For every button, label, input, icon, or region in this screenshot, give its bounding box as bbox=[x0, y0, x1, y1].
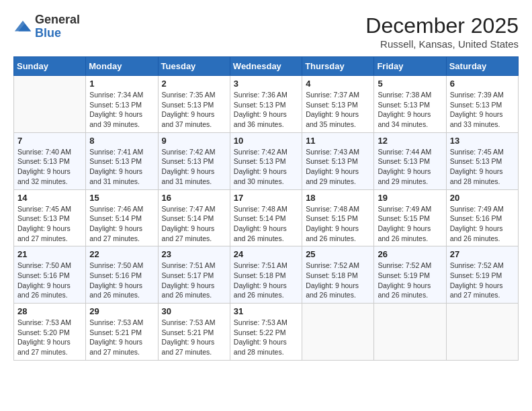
table-row: 25Sunrise: 7:52 AMSunset: 5:18 PMDayligh… bbox=[302, 246, 374, 304]
day-number: 15 bbox=[89, 193, 154, 203]
table-row: 10Sunrise: 7:42 AMSunset: 5:13 PMDayligh… bbox=[230, 132, 302, 189]
day-info: Sunrise: 7:49 AMSunset: 5:16 PMDaylight:… bbox=[450, 204, 515, 244]
day-info: Sunrise: 7:46 AMSunset: 5:14 PMDaylight:… bbox=[89, 204, 154, 244]
day-number: 14 bbox=[17, 193, 82, 203]
day-number: 10 bbox=[234, 136, 298, 146]
table-row: 22Sunrise: 7:50 AMSunset: 5:16 PMDayligh… bbox=[86, 246, 158, 304]
day-info: Sunrise: 7:44 AMSunset: 5:13 PMDaylight:… bbox=[378, 147, 442, 187]
calendar-week-row: 28Sunrise: 7:53 AMSunset: 5:20 PMDayligh… bbox=[14, 304, 519, 361]
table-row bbox=[302, 304, 374, 361]
logo: General Blue bbox=[13, 13, 80, 40]
table-row: 16Sunrise: 7:47 AMSunset: 5:14 PMDayligh… bbox=[158, 189, 230, 246]
day-number: 26 bbox=[378, 249, 442, 259]
table-row: 9Sunrise: 7:42 AMSunset: 5:13 PMDaylight… bbox=[158, 132, 230, 189]
day-number: 5 bbox=[378, 79, 442, 89]
day-number: 18 bbox=[306, 193, 370, 203]
table-row: 7Sunrise: 7:40 AMSunset: 5:13 PMDaylight… bbox=[14, 132, 86, 189]
table-row: 28Sunrise: 7:53 AMSunset: 5:20 PMDayligh… bbox=[14, 304, 86, 361]
table-row: 19Sunrise: 7:49 AMSunset: 5:15 PMDayligh… bbox=[374, 189, 446, 246]
day-info: Sunrise: 7:34 AMSunset: 5:13 PMDaylight:… bbox=[89, 90, 154, 130]
table-row: 17Sunrise: 7:48 AMSunset: 5:14 PMDayligh… bbox=[230, 189, 302, 246]
day-number: 25 bbox=[306, 249, 370, 259]
table-row: 24Sunrise: 7:51 AMSunset: 5:18 PMDayligh… bbox=[230, 246, 302, 304]
day-number: 8 bbox=[89, 136, 154, 146]
day-number: 28 bbox=[17, 306, 82, 316]
day-number: 7 bbox=[17, 136, 82, 146]
header-friday: Friday bbox=[374, 57, 446, 76]
calendar-week-row: 1Sunrise: 7:34 AMSunset: 5:13 PMDaylight… bbox=[14, 76, 519, 133]
table-row: 4Sunrise: 7:37 AMSunset: 5:13 PMDaylight… bbox=[302, 76, 374, 133]
day-info: Sunrise: 7:42 AMSunset: 5:13 PMDaylight:… bbox=[162, 147, 226, 187]
day-number: 1 bbox=[89, 79, 154, 89]
table-row: 31Sunrise: 7:53 AMSunset: 5:22 PMDayligh… bbox=[230, 304, 302, 361]
day-number: 16 bbox=[162, 193, 226, 203]
day-info: Sunrise: 7:53 AMSunset: 5:21 PMDaylight:… bbox=[89, 318, 154, 357]
table-row: 27Sunrise: 7:52 AMSunset: 5:19 PMDayligh… bbox=[446, 246, 518, 304]
day-info: Sunrise: 7:52 AMSunset: 5:19 PMDaylight:… bbox=[450, 261, 515, 300]
table-row: 5Sunrise: 7:38 AMSunset: 5:13 PMDaylight… bbox=[374, 76, 446, 133]
day-number: 17 bbox=[234, 193, 298, 203]
header-sunday: Sunday bbox=[14, 57, 86, 76]
day-info: Sunrise: 7:49 AMSunset: 5:15 PMDaylight:… bbox=[378, 204, 442, 244]
table-row: 18Sunrise: 7:48 AMSunset: 5:15 PMDayligh… bbox=[302, 189, 374, 246]
header-tuesday: Tuesday bbox=[158, 57, 230, 76]
location-title: Russell, Kansas, United States bbox=[365, 38, 519, 50]
day-info: Sunrise: 7:42 AMSunset: 5:13 PMDaylight:… bbox=[234, 147, 298, 187]
calendar-week-row: 14Sunrise: 7:45 AMSunset: 5:13 PMDayligh… bbox=[14, 189, 519, 246]
day-number: 22 bbox=[89, 249, 154, 259]
day-number: 13 bbox=[450, 136, 515, 146]
day-number: 12 bbox=[378, 136, 442, 146]
day-info: Sunrise: 7:53 AMSunset: 5:20 PMDaylight:… bbox=[17, 318, 82, 357]
day-info: Sunrise: 7:51 AMSunset: 5:18 PMDaylight:… bbox=[234, 261, 298, 300]
table-row: 30Sunrise: 7:53 AMSunset: 5:21 PMDayligh… bbox=[158, 304, 230, 361]
table-row bbox=[14, 76, 86, 133]
table-row: 3Sunrise: 7:36 AMSunset: 5:13 PMDaylight… bbox=[230, 76, 302, 133]
day-number: 20 bbox=[450, 193, 515, 203]
day-info: Sunrise: 7:36 AMSunset: 5:13 PMDaylight:… bbox=[234, 90, 298, 130]
calendar: Sunday Monday Tuesday Wednesday Thursday… bbox=[13, 56, 519, 361]
day-info: Sunrise: 7:37 AMSunset: 5:13 PMDaylight:… bbox=[306, 90, 370, 130]
header-wednesday: Wednesday bbox=[230, 57, 302, 76]
day-number: 11 bbox=[306, 136, 370, 146]
day-number: 4 bbox=[306, 79, 370, 89]
table-row: 14Sunrise: 7:45 AMSunset: 5:13 PMDayligh… bbox=[14, 189, 86, 246]
table-row: 13Sunrise: 7:45 AMSunset: 5:13 PMDayligh… bbox=[446, 132, 518, 189]
day-number: 23 bbox=[162, 249, 226, 259]
day-number: 24 bbox=[234, 249, 298, 259]
table-row: 21Sunrise: 7:50 AMSunset: 5:16 PMDayligh… bbox=[14, 246, 86, 304]
day-info: Sunrise: 7:50 AMSunset: 5:16 PMDaylight:… bbox=[89, 261, 154, 300]
logo-icon bbox=[13, 17, 32, 36]
day-info: Sunrise: 7:45 AMSunset: 5:13 PMDaylight:… bbox=[17, 204, 82, 244]
day-number: 19 bbox=[378, 193, 442, 203]
day-number: 21 bbox=[17, 249, 82, 259]
header: General Blue December 2025 Russell, Kans… bbox=[13, 13, 519, 50]
table-row: 1Sunrise: 7:34 AMSunset: 5:13 PMDaylight… bbox=[86, 76, 158, 133]
day-info: Sunrise: 7:53 AMSunset: 5:22 PMDaylight:… bbox=[234, 318, 298, 357]
table-row: 12Sunrise: 7:44 AMSunset: 5:13 PMDayligh… bbox=[374, 132, 446, 189]
day-info: Sunrise: 7:51 AMSunset: 5:17 PMDaylight:… bbox=[162, 261, 226, 300]
day-number: 2 bbox=[162, 79, 226, 89]
day-info: Sunrise: 7:48 AMSunset: 5:15 PMDaylight:… bbox=[306, 204, 370, 244]
header-monday: Monday bbox=[86, 57, 158, 76]
month-title: December 2025 bbox=[365, 13, 519, 38]
title-section: December 2025 Russell, Kansas, United St… bbox=[365, 13, 519, 50]
table-row: 11Sunrise: 7:43 AMSunset: 5:13 PMDayligh… bbox=[302, 132, 374, 189]
calendar-week-row: 21Sunrise: 7:50 AMSunset: 5:16 PMDayligh… bbox=[14, 246, 519, 304]
header-saturday: Saturday bbox=[446, 57, 518, 76]
day-info: Sunrise: 7:38 AMSunset: 5:13 PMDaylight:… bbox=[378, 90, 442, 130]
table-row: 26Sunrise: 7:52 AMSunset: 5:19 PMDayligh… bbox=[374, 246, 446, 304]
day-number: 27 bbox=[450, 249, 515, 259]
day-info: Sunrise: 7:40 AMSunset: 5:13 PMDaylight:… bbox=[17, 147, 82, 187]
table-row: 8Sunrise: 7:41 AMSunset: 5:13 PMDaylight… bbox=[86, 132, 158, 189]
table-row bbox=[446, 304, 518, 361]
day-info: Sunrise: 7:52 AMSunset: 5:19 PMDaylight:… bbox=[378, 261, 442, 300]
day-info: Sunrise: 7:43 AMSunset: 5:13 PMDaylight:… bbox=[306, 147, 370, 187]
day-number: 9 bbox=[162, 136, 226, 146]
calendar-header-row: Sunday Monday Tuesday Wednesday Thursday… bbox=[14, 57, 519, 76]
table-row: 23Sunrise: 7:51 AMSunset: 5:17 PMDayligh… bbox=[158, 246, 230, 304]
day-info: Sunrise: 7:35 AMSunset: 5:13 PMDaylight:… bbox=[162, 90, 226, 130]
table-row: 20Sunrise: 7:49 AMSunset: 5:16 PMDayligh… bbox=[446, 189, 518, 246]
day-info: Sunrise: 7:52 AMSunset: 5:18 PMDaylight:… bbox=[306, 261, 370, 300]
calendar-week-row: 7Sunrise: 7:40 AMSunset: 5:13 PMDaylight… bbox=[14, 132, 519, 189]
table-row: 2Sunrise: 7:35 AMSunset: 5:13 PMDaylight… bbox=[158, 76, 230, 133]
